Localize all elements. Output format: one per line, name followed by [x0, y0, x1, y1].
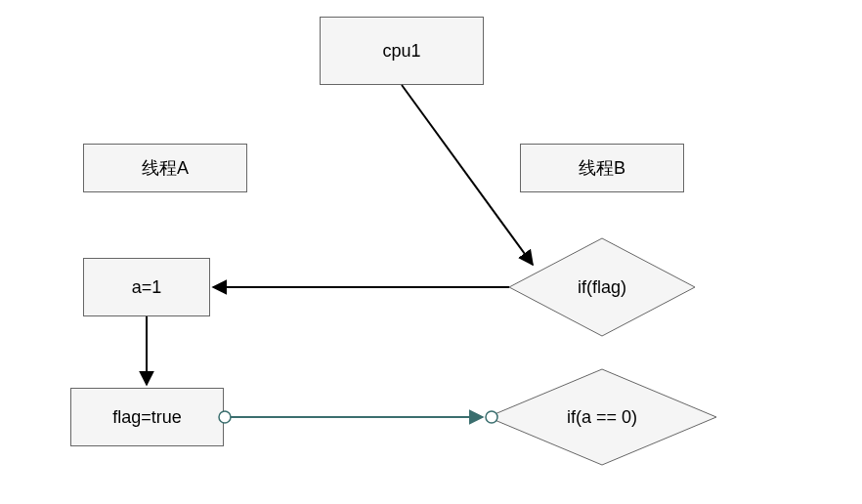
node-if-a-zero-label: if(a == 0)	[567, 407, 637, 428]
node-if-a-zero: if(a == 0)	[487, 368, 717, 466]
node-a-assign-label: a=1	[132, 277, 162, 298]
node-thread-b: 线程B	[520, 144, 684, 192]
node-thread-a-label: 线程A	[142, 156, 189, 180]
node-flag-assign: flag=true	[70, 388, 224, 446]
node-cpu1-label: cpu1	[382, 41, 420, 62]
edge-flag-assign-to-if-a-zero	[219, 411, 497, 423]
node-a-assign: a=1	[83, 258, 210, 316]
node-cpu1: cpu1	[320, 17, 484, 85]
node-if-flag: if(flag)	[508, 237, 696, 337]
node-if-flag-label: if(flag)	[578, 277, 626, 298]
node-thread-b-label: 线程B	[579, 156, 625, 180]
node-thread-a: 线程A	[83, 144, 247, 192]
node-flag-assign-label: flag=true	[112, 407, 182, 428]
